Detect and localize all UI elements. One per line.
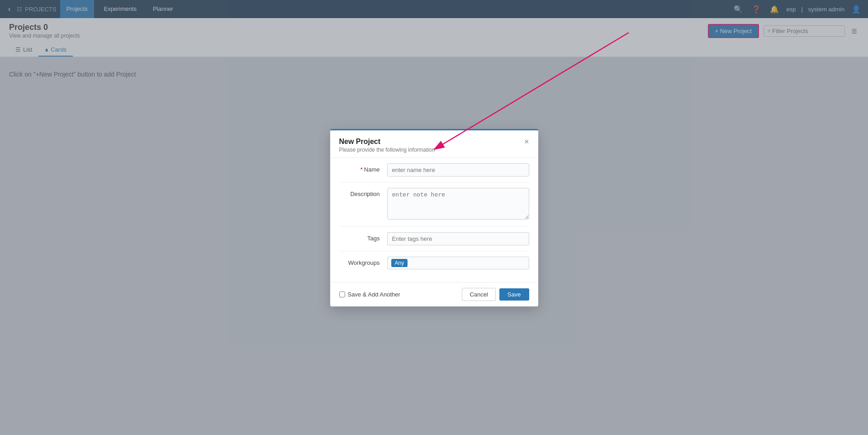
name-input[interactable] [387, 163, 529, 177]
save-button[interactable]: Save [499, 288, 529, 301]
new-project-modal: New Project Please provide the following… [330, 129, 538, 306]
save-add-another-wrap: Save & Add Another [339, 291, 400, 298]
modal-subtitle: Please provide the following information [339, 147, 435, 153]
modal-footer: Save & Add Another Cancel Save [330, 282, 538, 306]
required-star: * [360, 166, 363, 173]
description-textarea[interactable] [387, 188, 529, 220]
form-row-tags: Tags [339, 227, 529, 251]
workgroup-any-tag: Any [391, 259, 408, 267]
form-row-name: *Name [339, 158, 529, 182]
description-label: Description [339, 188, 380, 197]
modal-body: *Name Description Tags [330, 158, 538, 282]
form-row-description: Description [339, 182, 529, 227]
modal-header: New Project Please provide the following… [330, 130, 538, 158]
description-field [387, 188, 529, 221]
workgroup-input-wrap[interactable]: Any [387, 257, 529, 269]
modal-title: New Project [339, 138, 435, 146]
modal-title-area: New Project Please provide the following… [339, 138, 435, 153]
modal-close-button[interactable]: × [524, 138, 529, 146]
modal-overlay[interactable]: New Project Please provide the following… [0, 0, 868, 433]
cancel-button[interactable]: Cancel [462, 288, 495, 301]
workgroups-label: Workgroups [339, 257, 380, 266]
name-label: *Name [339, 163, 380, 173]
save-add-another-checkbox[interactable] [339, 292, 345, 297]
save-add-another-label[interactable]: Save & Add Another [348, 291, 400, 298]
tags-label: Tags [339, 232, 380, 242]
tags-field [387, 232, 529, 245]
name-field [387, 163, 529, 177]
form-row-workgroups: Workgroups Any [339, 251, 529, 275]
tags-input[interactable] [387, 232, 529, 245]
workgroups-field: Any [387, 257, 529, 269]
